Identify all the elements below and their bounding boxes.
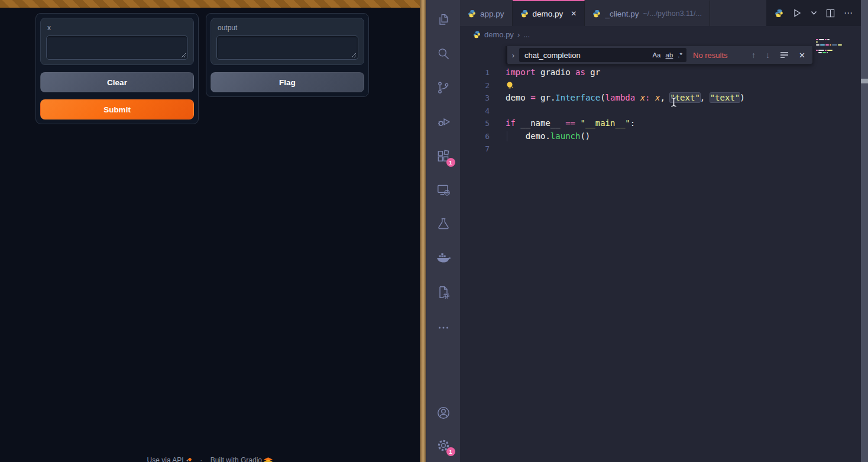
window-divider[interactable] bbox=[420, 0, 426, 462]
tab-client-py[interactable]: _client.py ~/.../python3.11/... bbox=[585, 0, 710, 26]
file-settings-icon[interactable] bbox=[436, 285, 451, 300]
find-widget: › Aa ab .* No results ↑ ↓ ✕ bbox=[506, 46, 813, 64]
find-input-box: Aa ab .* bbox=[519, 48, 686, 62]
code-token: gr bbox=[585, 67, 600, 77]
footer-separator: · bbox=[200, 456, 202, 462]
find-nav: ↑ ↓ ✕ bbox=[752, 50, 812, 60]
more-actions-icon[interactable]: ⋯ bbox=[844, 8, 853, 18]
background-scrollbar-thumb bbox=[861, 79, 868, 83]
python-file-icon bbox=[473, 31, 481, 38]
flag-button[interactable]: Flag bbox=[210, 72, 364, 92]
indent-guide bbox=[507, 131, 507, 142]
background-window-edge bbox=[861, 0, 868, 462]
tab-demo-py[interactable]: demo.py ✕ bbox=[513, 0, 585, 26]
split-editor-icon[interactable] bbox=[826, 9, 835, 18]
gradio-app-pane: x Clear Submit output Flag Use via API ·… bbox=[0, 0, 420, 462]
code-token: gr. bbox=[536, 93, 556, 102]
gradio-output-column: output Flag bbox=[206, 13, 369, 97]
explorer-icon[interactable] bbox=[436, 12, 451, 28]
regex-toggle[interactable]: .* bbox=[678, 51, 682, 59]
built-with-gradio-link[interactable]: Built with Gradio bbox=[210, 456, 262, 462]
code-line: 7 bbox=[460, 143, 854, 156]
breadcrumb[interactable]: demo.py › ... bbox=[473, 27, 530, 41]
breadcrumb-more[interactable]: ... bbox=[523, 30, 530, 39]
editor-actions: ⋯ bbox=[766, 0, 861, 26]
gradio-input-column: x Clear Submit bbox=[35, 13, 199, 124]
code-line: 1import gradio as gr bbox=[460, 66, 854, 79]
line-number: 3 bbox=[460, 92, 490, 105]
code-editor[interactable]: 1import gradio as gr23demo = gr.Interfac… bbox=[460, 66, 854, 156]
code-token: import bbox=[506, 67, 536, 77]
settings-gear-icon[interactable]: 1 bbox=[436, 438, 451, 453]
line-number: 6 bbox=[460, 130, 490, 143]
code-token: () bbox=[580, 131, 590, 141]
code-line: 5if __name__ == "__main__": bbox=[460, 117, 854, 130]
extensions-badge: 1 bbox=[446, 158, 455, 167]
code-token: ) bbox=[740, 93, 744, 102]
run-debug-icon[interactable] bbox=[436, 114, 451, 130]
output-label: output bbox=[218, 24, 358, 32]
line-number: 1 bbox=[460, 66, 490, 79]
code-token: == bbox=[565, 118, 575, 128]
gradio-footer: Use via API · Built with Gradio bbox=[0, 456, 420, 462]
docker-icon[interactable] bbox=[436, 250, 451, 266]
code-token: "text" bbox=[710, 93, 740, 102]
gradio-output-block: output bbox=[210, 18, 364, 65]
extensions-icon[interactable]: 1 bbox=[436, 148, 451, 164]
previous-match-icon[interactable]: ↑ bbox=[752, 50, 756, 60]
python-interpreter-icon[interactable] bbox=[775, 9, 783, 18]
find-input[interactable] bbox=[523, 50, 647, 60]
code-token: as bbox=[575, 67, 585, 77]
clear-button[interactable]: Clear bbox=[40, 72, 194, 92]
python-file-icon bbox=[592, 9, 601, 18]
gradio-input-block: x bbox=[40, 18, 194, 65]
gradio-loading-bar bbox=[0, 0, 420, 8]
tab-app-py[interactable]: app.py bbox=[460, 0, 513, 26]
breadcrumb-file[interactable]: demo.py bbox=[484, 30, 514, 39]
settings-badge: 1 bbox=[446, 447, 455, 456]
input-textbox[interactable] bbox=[47, 36, 187, 59]
code-line: 2 bbox=[460, 79, 854, 92]
accounts-icon[interactable] bbox=[436, 405, 451, 421]
output-textbox[interactable] bbox=[217, 36, 358, 59]
more-views-icon[interactable] bbox=[436, 320, 451, 335]
tab-close-icon[interactable]: ✕ bbox=[571, 9, 576, 18]
code-token: ( bbox=[600, 93, 605, 102]
whole-word-toggle[interactable]: ab bbox=[666, 51, 673, 59]
testing-beaker-icon[interactable] bbox=[436, 217, 451, 232]
use-via-api-link[interactable]: Use via API bbox=[147, 456, 184, 462]
match-case-toggle[interactable]: Aa bbox=[652, 51, 660, 59]
input-label: x bbox=[47, 24, 188, 32]
code-line: 6 demo.launch() bbox=[460, 130, 854, 143]
line-number: 4 bbox=[460, 105, 490, 118]
activity-bar: 1 1 bbox=[426, 0, 460, 462]
input-textbox-frame bbox=[46, 35, 188, 60]
run-file-icon[interactable] bbox=[792, 8, 802, 18]
remote-explorer-icon[interactable] bbox=[436, 182, 451, 198]
code-token: launch bbox=[550, 131, 581, 141]
find-in-selection-icon[interactable] bbox=[780, 51, 789, 59]
code-token: = bbox=[530, 93, 535, 102]
minimap[interactable] bbox=[816, 39, 856, 64]
code-line: 3demo = gr.Interface(lambda x: x, "text"… bbox=[460, 92, 854, 105]
next-match-icon[interactable]: ↓ bbox=[766, 50, 770, 60]
line-number: 2 bbox=[460, 79, 490, 92]
source-control-icon[interactable] bbox=[436, 80, 451, 96]
tab-label: _client.py bbox=[605, 9, 639, 18]
search-icon[interactable] bbox=[436, 46, 451, 62]
close-find-icon[interactable]: ✕ bbox=[799, 51, 805, 60]
code-token bbox=[650, 93, 655, 102]
quick-fix-lightbulb-icon[interactable] bbox=[506, 81, 514, 90]
code-token: , bbox=[700, 93, 710, 102]
vscode-window: 1 1 app.py demo.py bbox=[426, 0, 861, 462]
submit-button[interactable]: Submit bbox=[40, 99, 194, 119]
python-file-icon bbox=[468, 9, 476, 18]
code-token: x bbox=[640, 93, 645, 102]
tab-label: demo.py bbox=[533, 9, 563, 18]
toggle-replace-chevron-icon[interactable]: › bbox=[507, 51, 519, 60]
line-number: 7 bbox=[460, 143, 490, 156]
run-dropdown-chevron-icon[interactable] bbox=[811, 11, 817, 15]
code-token: __name__ bbox=[516, 118, 565, 128]
code-token: lambda bbox=[605, 93, 636, 102]
gradio-logo-icon bbox=[264, 457, 273, 462]
